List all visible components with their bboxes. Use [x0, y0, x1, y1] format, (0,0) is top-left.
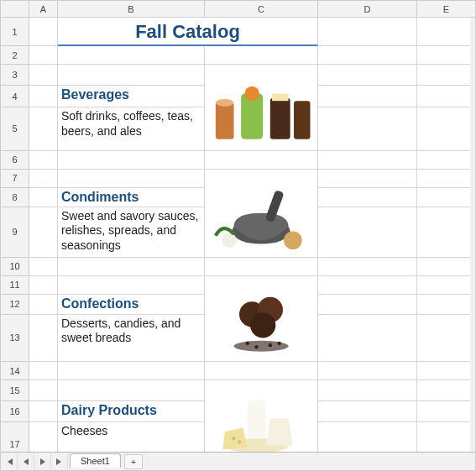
spreadsheet-grid[interactable]: A B C D E 1 Fall Catalog 2 3 4 Beverages… [1, 1, 475, 467]
cell-D5[interactable] [318, 107, 417, 150]
row-header-6[interactable]: 6 [1, 151, 29, 170]
row-header-16[interactable]: 16 [1, 401, 29, 423]
cell-A10[interactable] [29, 258, 58, 276]
drinks-icon [207, 66, 316, 149]
cell-D1[interactable] [318, 18, 417, 46]
cell-E15[interactable] [417, 380, 476, 401]
col-header-A[interactable]: A [29, 1, 58, 18]
row-header-9[interactable]: 9 [1, 207, 29, 258]
cell-D15[interactable] [318, 380, 417, 401]
page-title[interactable]: Fall Catalog [58, 18, 318, 46]
cell-A11[interactable] [29, 276, 58, 296]
cell-E3[interactable] [417, 65, 476, 86]
nav-prev-button[interactable] [18, 453, 34, 470]
cell-E12[interactable] [417, 295, 476, 315]
col-header-C[interactable]: C [205, 1, 318, 18]
cell-C10[interactable] [205, 258, 318, 276]
cell-E2[interactable] [417, 46, 476, 65]
row-header-13[interactable]: 13 [1, 315, 29, 363]
category-desc-condiments[interactable]: Sweet and savory sauces, relishes, sprea… [58, 207, 205, 258]
svg-point-13 [250, 312, 275, 338]
cell-A14[interactable] [29, 362, 58, 380]
row-header-14[interactable]: 14 [1, 362, 29, 380]
cell-D10[interactable] [318, 258, 417, 276]
cell-B2[interactable] [58, 46, 205, 65]
cell-B15[interactable] [58, 380, 205, 401]
nav-next-button[interactable] [34, 453, 51, 470]
sheet-tab-active[interactable]: Sheet1 [70, 453, 121, 468]
cell-D3[interactable] [318, 65, 417, 86]
cell-A7[interactable] [29, 170, 58, 188]
cell-E11[interactable] [417, 276, 476, 296]
cell-D6[interactable] [318, 151, 417, 170]
vertical-scrollbar[interactable] [470, 18, 475, 452]
cell-D9[interactable] [318, 207, 417, 258]
category-heading-confections[interactable]: Confections [58, 295, 205, 315]
category-desc-beverages[interactable]: Soft drinks, coffees, teas, beers, and a… [58, 107, 205, 150]
category-desc-confections[interactable]: Desserts, candies, and sweet breads [58, 315, 205, 363]
cell-B6[interactable] [58, 151, 205, 170]
row-header-12[interactable]: 12 [1, 295, 29, 315]
cell-B11[interactable] [58, 276, 205, 296]
col-header-E[interactable]: E [417, 1, 476, 18]
cell-E7[interactable] [417, 170, 476, 188]
cell-C14[interactable] [205, 362, 318, 380]
row-header-11[interactable]: 11 [1, 276, 29, 296]
cell-E5[interactable] [417, 107, 476, 150]
col-header-B[interactable]: B [58, 1, 205, 18]
cell-A16[interactable] [29, 401, 58, 423]
cell-A2[interactable] [29, 46, 58, 65]
cell-D2[interactable] [318, 46, 417, 65]
cell-E16[interactable] [417, 401, 476, 423]
category-heading-beverages[interactable]: Beverages [58, 86, 205, 107]
cell-A3[interactable] [29, 65, 58, 86]
cell-A6[interactable] [29, 151, 58, 170]
row-header-5[interactable]: 5 [1, 107, 29, 150]
add-sheet-button[interactable]: + [124, 454, 143, 469]
cell-D11[interactable] [318, 276, 417, 296]
cell-A9[interactable] [29, 207, 58, 258]
cell-D8[interactable] [318, 188, 417, 207]
row-header-8[interactable]: 8 [1, 188, 29, 207]
cell-B14[interactable] [58, 362, 205, 380]
cell-A5[interactable] [29, 107, 58, 150]
cell-E14[interactable] [417, 362, 476, 380]
row-header-3[interactable]: 3 [1, 65, 29, 86]
cell-E8[interactable] [417, 188, 476, 207]
cell-D16[interactable] [318, 401, 417, 423]
cell-E6[interactable] [417, 151, 476, 170]
cell-A12[interactable] [29, 295, 58, 315]
cell-A1[interactable] [29, 18, 58, 46]
col-header-D[interactable]: D [318, 1, 417, 18]
row-header-15[interactable]: 15 [1, 380, 29, 401]
cell-D14[interactable] [318, 362, 417, 380]
cell-E13[interactable] [417, 315, 476, 363]
cell-E9[interactable] [417, 207, 476, 258]
cell-D13[interactable] [318, 315, 417, 363]
row-header-2[interactable]: 2 [1, 46, 29, 65]
cell-C6[interactable] [205, 151, 318, 170]
cell-C2[interactable] [205, 46, 318, 65]
cell-D12[interactable] [318, 295, 417, 315]
cell-D7[interactable] [318, 170, 417, 188]
row-header-4[interactable]: 4 [1, 86, 29, 107]
cell-A13[interactable] [29, 315, 58, 363]
row-header-1[interactable]: 1 [1, 18, 29, 46]
cell-E10[interactable] [417, 258, 476, 276]
cell-B10[interactable] [58, 258, 205, 276]
cell-E1[interactable] [417, 18, 476, 46]
nav-last-button[interactable] [51, 453, 68, 470]
category-heading-condiments[interactable]: Condiments [58, 188, 205, 207]
nav-first-button[interactable] [1, 453, 18, 470]
select-all-corner[interactable] [1, 1, 29, 18]
row-header-10[interactable]: 10 [1, 258, 29, 276]
cell-A8[interactable] [29, 188, 58, 207]
cell-A4[interactable] [29, 86, 58, 107]
row-header-7[interactable]: 7 [1, 170, 29, 188]
cell-B7[interactable] [58, 170, 205, 188]
cell-E4[interactable] [417, 86, 476, 107]
cell-A15[interactable] [29, 380, 58, 401]
cell-D4[interactable] [318, 86, 417, 107]
category-heading-dairy[interactable]: Dairy Products [58, 401, 205, 423]
cell-B3[interactable] [58, 65, 205, 86]
